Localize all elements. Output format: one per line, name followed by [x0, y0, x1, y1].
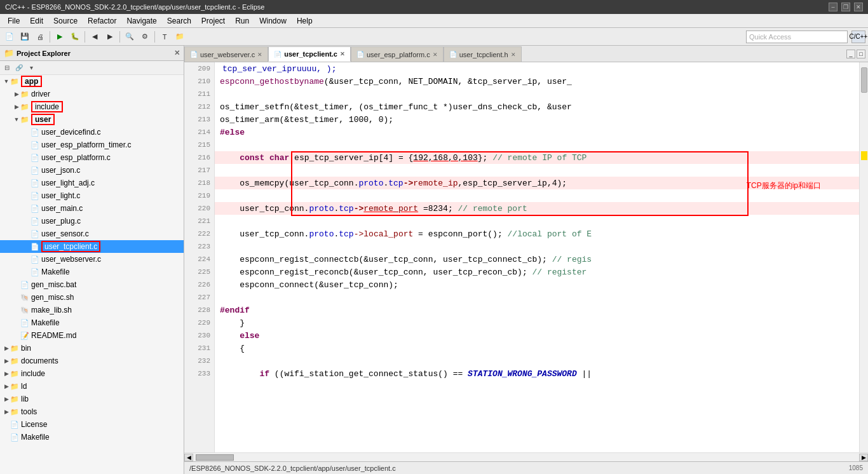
- code-line-232[interactable]: [215, 355, 859, 367]
- hscroll-bar[interactable]: ◀ ▶: [184, 452, 868, 461]
- code-line-212[interactable]: os_timer_setfn(&test_timer, (os_timer_fu…: [215, 100, 859, 113]
- tree-item-main[interactable]: ▶ 📄 user_main.c: [0, 202, 184, 215]
- run-button[interactable]: ▶: [53, 30, 67, 44]
- perspective-cpp[interactable]: C/C++: [851, 30, 865, 43]
- code-line-221[interactable]: [215, 215, 859, 227]
- menu-edit[interactable]: Edit: [25, 15, 48, 27]
- tree-item-tcpclient[interactable]: ▶ 📄 user_tcpclient.c: [0, 240, 184, 253]
- code-line-211[interactable]: [215, 88, 859, 100]
- menu-file[interactable]: File: [3, 15, 25, 27]
- code-line-233[interactable]: if ((wifi_station_get_connect_status() =…: [215, 367, 859, 380]
- code-line-222[interactable]: user_tcp_conn.proto.tcp->local_port = es…: [215, 227, 859, 240]
- close-button[interactable]: ✕: [854, 3, 863, 11]
- tab-esp-platform[interactable]: 📄 user_esp_platform.c ✕: [351, 46, 444, 62]
- tree-item-plug[interactable]: ▶ 📄 user_plug.c: [0, 215, 184, 227]
- menu-help[interactable]: Help: [292, 15, 318, 27]
- tree-item-lib[interactable]: ▶ 📁 lib: [0, 393, 184, 405]
- tree-item-app[interactable]: ▼ 📁 app: [0, 75, 184, 88]
- tree-item-gen-misc-bat[interactable]: ▶ 📄 gen_misc.bat: [0, 278, 184, 291]
- panel-menu-btn[interactable]: ▾: [25, 62, 37, 74]
- tab-webserver-close[interactable]: ✕: [257, 51, 262, 58]
- settings-button[interactable]: ⚙: [138, 30, 152, 44]
- tab-webserver[interactable]: 📄 user_webserver.c ✕: [184, 46, 268, 62]
- tree-item-esp-platform[interactable]: ▶ 📄 user_esp_platform.c: [0, 151, 184, 164]
- tree-item-bin[interactable]: ▶ 📁 bin: [0, 342, 184, 355]
- open-type-button[interactable]: T: [158, 30, 172, 44]
- code-line-219[interactable]: [215, 189, 859, 202]
- code-line-209[interactable]: tcp_ser_ver_ipruuuu, );: [215, 62, 859, 75]
- code-content[interactable]: TCP服务器的ip和端口 tcp_ser_ver_ipruuuu, ); esp…: [215, 62, 859, 452]
- tree-item-makefile-root[interactable]: ▶ 📄 Makefile: [0, 316, 184, 329]
- minimize-editor[interactable]: _: [846, 50, 855, 58]
- project-explorer-close[interactable]: ✕: [174, 49, 180, 57]
- tree-item-driver[interactable]: ▶ 📁 driver: [0, 88, 184, 100]
- quick-access-box[interactable]: Quick Access: [746, 30, 848, 43]
- tree-item-json[interactable]: ▶ 📄 user_json.c: [0, 164, 184, 177]
- back-button[interactable]: ◀: [88, 30, 102, 44]
- tree-item-documents[interactable]: ▶ 📁 documents: [0, 355, 184, 367]
- tree-item-user-devicefind[interactable]: ▶ 📄 user_devicefind.c: [0, 126, 184, 139]
- tree-item-readme[interactable]: ▶ 📝 README.md: [0, 329, 184, 342]
- tab-tcpclient-close[interactable]: ✕: [340, 51, 345, 57]
- menu-search[interactable]: Search: [162, 15, 196, 27]
- tree-item-makefile-top[interactable]: ▶ 📄 Makefile: [0, 431, 184, 444]
- tree-item-light-adj[interactable]: ▶ 📄 user_light_adj.c: [0, 177, 184, 189]
- forward-button[interactable]: ▶: [103, 30, 117, 44]
- search-button[interactable]: 🔍: [123, 30, 137, 44]
- code-line-217[interactable]: [215, 164, 859, 177]
- code-line-220[interactable]: user_tcp_conn.proto.tcp->remote_port =82…: [215, 202, 859, 215]
- code-line-230[interactable]: else: [215, 329, 859, 342]
- tree-item-user[interactable]: ▼ 📁 user: [0, 113, 184, 126]
- vscroll-thumb[interactable]: [861, 67, 867, 93]
- link-with-editor-btn[interactable]: 🔗: [13, 62, 25, 74]
- new-button[interactable]: 📄: [3, 30, 17, 44]
- tree-item-license[interactable]: ▶ 📄 License: [0, 418, 184, 431]
- code-line-226[interactable]: espconn_connect(&user_tcp_conn);: [215, 278, 859, 291]
- code-line-213[interactable]: os_timer_arm(&test_timer, 1000, 0);: [215, 113, 859, 126]
- menu-run[interactable]: Run: [230, 15, 254, 27]
- menu-project[interactable]: Project: [196, 15, 230, 27]
- code-line-231[interactable]: {: [215, 342, 859, 355]
- code-line-214[interactable]: #else: [215, 126, 859, 139]
- print-button[interactable]: 🖨: [33, 30, 47, 44]
- tree-item-make-lib[interactable]: ▶ 🐚 make_lib.sh: [0, 304, 184, 316]
- tree-item-include-root[interactable]: ▶ 📁 include: [0, 367, 184, 380]
- tree-item-ld[interactable]: ▶ 📁 ld: [0, 380, 184, 393]
- menu-window[interactable]: Window: [254, 15, 292, 27]
- code-line-227[interactable]: [215, 291, 859, 304]
- hscroll-left[interactable]: ◀: [184, 454, 193, 461]
- debug-button[interactable]: 🐛: [68, 30, 82, 44]
- tab-tcpclient[interactable]: 📄 user_tcpclient.c ✕: [268, 46, 351, 62]
- hscroll-right[interactable]: ▶: [859, 454, 868, 461]
- tree-item-makefile-user[interactable]: ▶ 📄 Makefile: [0, 266, 184, 278]
- maximize-editor[interactable]: □: [857, 50, 865, 58]
- code-line-228[interactable]: #endif: [215, 304, 859, 316]
- menu-source[interactable]: Source: [48, 15, 83, 27]
- tree-item-webserver[interactable]: ▶ 📄 user_webserver.c: [0, 253, 184, 266]
- minimize-button[interactable]: –: [829, 3, 837, 11]
- maximize-button[interactable]: ❐: [841, 3, 850, 11]
- code-line-224[interactable]: espconn_regist_connectcb(&user_tcp_conn,…: [215, 253, 859, 266]
- menu-navigate[interactable]: Navigate: [121, 15, 161, 27]
- code-line-215[interactable]: [215, 139, 859, 151]
- collapse-all-btn[interactable]: ⊟: [1, 62, 13, 74]
- code-line-223[interactable]: [215, 240, 859, 253]
- code-line-225[interactable]: espconn_regist_reconcb(&user_tcp_conn, u…: [215, 266, 859, 278]
- save-button[interactable]: 💾: [18, 30, 32, 44]
- tree-item-sensor[interactable]: ▶ 📄 user_sensor.c: [0, 227, 184, 240]
- code-line-229[interactable]: }: [215, 316, 859, 329]
- menu-refactor[interactable]: Refactor: [83, 15, 121, 27]
- tree-item-tools[interactable]: ▶ 📁 tools: [0, 405, 184, 418]
- open-resource-button[interactable]: 📁: [173, 30, 187, 44]
- tree-item-include-app[interactable]: ▶ 📁 include: [0, 100, 184, 113]
- hscroll-thumb[interactable]: [196, 454, 234, 461]
- toolbar-separator-3: [119, 31, 120, 43]
- tab-tcpclient-h[interactable]: 📄 user_tcpclient.h ✕: [444, 46, 522, 62]
- code-line-210[interactable]: espconn_gethostbyname(&user_tcp_conn, NE…: [215, 75, 859, 88]
- tab-esp-close[interactable]: ✕: [433, 51, 438, 58]
- code-line-216[interactable]: const char esp_tcp_server_ip[4] = {192,1…: [215, 151, 859, 164]
- tree-item-light[interactable]: ▶ 📄 user_light.c: [0, 189, 184, 202]
- tree-item-esp-platform-timer[interactable]: ▶ 📄 user_esp_platform_timer.c: [0, 139, 184, 151]
- tree-item-gen-misc-sh[interactable]: ▶ 🐚 gen_misc.sh: [0, 291, 184, 304]
- tab-h-close[interactable]: ✕: [511, 51, 516, 58]
